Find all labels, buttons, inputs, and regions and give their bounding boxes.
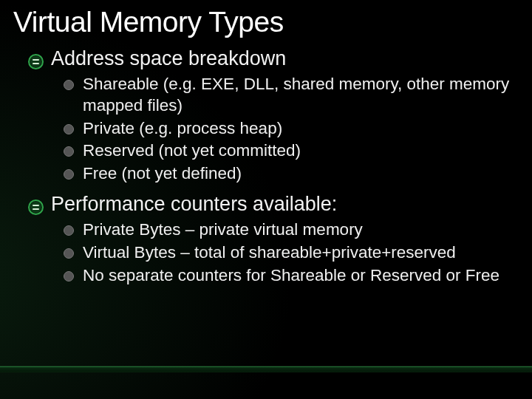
bullet-icon <box>64 80 74 90</box>
list-item-text: Private Bytes – private virtual memory <box>83 219 510 241</box>
list-item-text: Private (e.g. process heap) <box>83 118 510 140</box>
list-item-text: Shareable (e.g. EXE, DLL, shared memory,… <box>83 74 510 117</box>
footer-divider <box>0 366 532 372</box>
bullet-icon <box>64 146 74 157</box>
list-item: Virtual Bytes – total of shareable+priva… <box>64 242 510 265</box>
bullet-list: Private Bytes – private virtual memory V… <box>28 217 510 290</box>
bullet-icon <box>64 248 74 259</box>
bullet-list: Shareable (e.g. EXE, DLL, shared memory,… <box>28 72 510 188</box>
list-item: Shareable (e.g. EXE, DLL, shared memory,… <box>64 73 510 117</box>
list-item-text: Reserved (not yet committed) <box>83 140 510 162</box>
bullet-icon <box>64 169 74 180</box>
list-item: Reserved (not yet committed) <box>64 140 510 163</box>
section-heading-text: Performance counters available: <box>51 193 510 216</box>
list-item-text: Virtual Bytes – total of shareable+priva… <box>83 242 510 264</box>
globe-bullet-icon <box>28 200 44 215</box>
bullet-icon <box>64 124 74 134</box>
section-heading: Performance counters available: <box>28 188 510 217</box>
list-item-text: Free (not yet defined) <box>83 163 510 185</box>
slide-title: Virtual Memory Types <box>0 0 532 38</box>
globe-bullet-icon <box>28 54 44 69</box>
bullet-icon <box>64 271 74 282</box>
slide-body: Address space breakdown Shareable (e.g. … <box>0 38 532 290</box>
bullet-icon <box>64 225 74 236</box>
slide: Virtual Memory Types Address space break… <box>0 0 532 399</box>
list-item: Free (not yet defined) <box>64 163 510 185</box>
list-item-text: No separate counters for Shareable or Re… <box>83 265 510 287</box>
section-heading-text: Address space breakdown <box>51 47 510 70</box>
list-item: No separate counters for Shareable or Re… <box>64 265 510 287</box>
list-item: Private Bytes – private virtual memory <box>64 219 510 242</box>
list-item: Private (e.g. process heap) <box>64 117 510 140</box>
section-heading: Address space breakdown <box>28 43 510 72</box>
